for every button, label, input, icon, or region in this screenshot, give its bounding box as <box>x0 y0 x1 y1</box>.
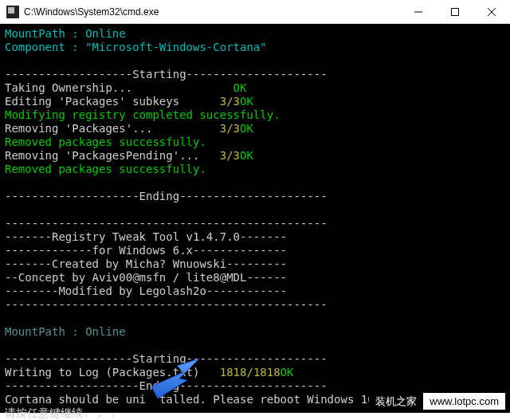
section-starting: -------------------Starting-------------… <box>5 68 505 81</box>
about-dashes: ----------------------------------------… <box>5 217 505 230</box>
titlebar: C:\Windows\System32\cmd.exe <box>0 0 510 24</box>
about-line: -------------for Windows 6.x------------… <box>5 244 505 257</box>
mountpath-value: : Online <box>72 27 125 40</box>
status-ok: OK <box>233 81 247 94</box>
status-ok: OK <box>280 366 294 379</box>
watermark-url: www.lotpc.com <box>423 393 505 410</box>
component-label: Component <box>5 41 65 53</box>
count: 1818/1818 <box>220 366 280 379</box>
svg-rect-1 <box>452 8 459 15</box>
status-ok: OK <box>240 122 253 135</box>
mountpath-value: : Online <box>72 325 125 338</box>
watermark-brand: 装机之家 <box>369 393 423 410</box>
section-starting: -------------------Starting-------------… <box>5 352 505 366</box>
section-ending: --------------------Ending--------------… <box>5 190 505 203</box>
log-line: Removing 'Packages'... <box>5 122 152 135</box>
about-line: -------Created by Micha? Wnuowski-------… <box>5 257 505 271</box>
log-line: Removing 'PackagesPending'... <box>5 149 199 162</box>
count: 3/3 <box>220 122 240 135</box>
watermark: 装机之家 www.lotpc.com <box>369 393 505 410</box>
cmd-icon <box>6 6 19 18</box>
log-success: Removed packages successfully. <box>5 135 505 149</box>
mountpath-label: MountPath <box>5 27 65 40</box>
log-success: Removed packages successfully. <box>5 163 505 176</box>
component-value: : "Microsoft-Windows-Cortana" <box>72 41 266 53</box>
log-success: Modifying registry completed sucessfully… <box>5 108 505 122</box>
about-line: -------Registry Tweak Tool v1.4.7.0-----… <box>5 230 505 244</box>
about-dashes: ----------------------------------------… <box>5 298 505 312</box>
minimize-button[interactable] <box>400 0 437 24</box>
about-line: --------Modified by Legolash2o----------… <box>5 285 505 298</box>
window-title: C:\Windows\System32\cmd.exe <box>24 6 400 18</box>
count: 3/3 <box>220 149 240 162</box>
status-ok: OK <box>240 95 253 108</box>
about-line: --Concept by Aviv00@msfn / lite8@MDL----… <box>5 271 505 285</box>
count: 3/3 <box>220 95 240 108</box>
final-message: Cortana should be uni <box>5 393 146 406</box>
log-line: Taking Ownership... <box>5 81 132 94</box>
section-ending: --------------------Ending--------------… <box>5 379 505 393</box>
status-ok: OK <box>240 149 253 162</box>
close-button[interactable] <box>473 0 510 24</box>
mountpath-label: MountPath <box>5 325 65 338</box>
maximize-button[interactable] <box>437 0 473 24</box>
console-output: MountPath : Online Component : "Microsof… <box>0 24 510 413</box>
log-line: Editing 'Packages' subkeys <box>5 95 179 108</box>
log-line: Writing to Log (Packages.tx <box>5 366 186 379</box>
